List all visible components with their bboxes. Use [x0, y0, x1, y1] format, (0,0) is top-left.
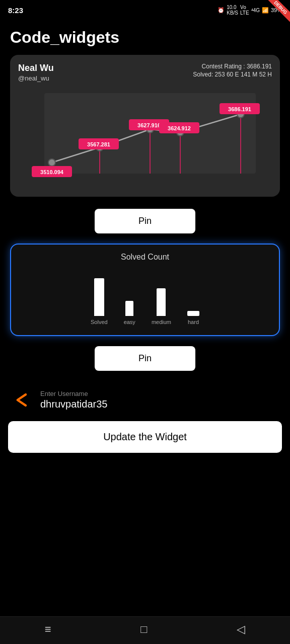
- alarm-icon: ⏰: [218, 7, 225, 14]
- bar-group-easy: easy: [124, 301, 135, 325]
- solved-label: Solved: 253 60 E 141 M 52 H: [193, 71, 272, 78]
- debug-badge: DEBUG: [265, 0, 290, 23]
- status-time: 8:23: [8, 6, 23, 15]
- solved-widget: Solved Count Solved easy medium hard: [10, 244, 280, 336]
- nav-menu-icon[interactable]: ≡: [45, 623, 51, 636]
- update-button[interactable]: Update the Widget: [8, 421, 282, 453]
- bar-label-medium: medium: [152, 319, 171, 325]
- bar-easy: [125, 301, 133, 316]
- bottom-nav: ≡ □ ◁: [0, 616, 290, 644]
- bar-label-easy: easy: [124, 319, 135, 325]
- bar-medium: [157, 288, 166, 316]
- svg-text:3624.912: 3624.912: [168, 125, 191, 131]
- bar-solved: [94, 278, 104, 316]
- debug-badge-container: DEBUG: [260, 0, 290, 30]
- codeforces-icon: [10, 389, 32, 411]
- rating-info: Contest Rating : 3686.191 Solved: 253 60…: [193, 63, 272, 78]
- nav-back-icon[interactable]: ◁: [237, 623, 245, 636]
- solved-widget-title: Solved Count: [19, 253, 271, 262]
- pin-button-2[interactable]: Pin: [95, 346, 195, 371]
- username-value: dhruvpatidar35: [40, 398, 280, 410]
- volte-icon: VoLTE: [240, 5, 249, 16]
- user-name: Neal Wu: [18, 63, 54, 73]
- username-input-group[interactable]: Enter Username dhruvpatidar35: [40, 390, 280, 410]
- nav-home-icon[interactable]: □: [140, 623, 147, 636]
- user-info: Neal Wu @neal_wu: [18, 63, 54, 82]
- app-title: Code_widgets: [0, 18, 290, 55]
- bar-hard: [187, 311, 199, 316]
- bar-chart: Solved easy medium hard: [19, 282, 271, 327]
- svg-text:3510.094: 3510.094: [40, 169, 64, 175]
- card-header: Neal Wu @neal_wu Contest Rating : 3686.1…: [18, 63, 272, 82]
- bar-group-medium: medium: [152, 288, 171, 325]
- pin-button-1[interactable]: Pin: [95, 209, 195, 233]
- rating-label: Contest Rating : 3686.191: [193, 63, 272, 70]
- status-bar: 8:23 ⏰ 10.0KB/S VoLTE ⁴4G 📶 39%: [0, 0, 290, 18]
- bar-label-solved: Solved: [91, 319, 108, 325]
- username-section: Enter Username dhruvpatidar35: [0, 381, 290, 417]
- svg-text:3627.916: 3627.916: [137, 122, 161, 128]
- user-handle: @neal_wu: [18, 74, 54, 82]
- bar-label-hard: hard: [188, 319, 199, 325]
- bar-group-solved: Solved: [91, 278, 108, 325]
- svg-text:3567.281: 3567.281: [87, 141, 110, 147]
- svg-text:3686.191: 3686.191: [228, 106, 251, 112]
- username-placeholder: Enter Username: [40, 390, 280, 397]
- rating-chart: 3510.094 3567.281 3627.916 3624.912 3686…: [18, 88, 272, 189]
- bar-group-hard: hard: [187, 311, 199, 325]
- contest-card: Neal Wu @neal_wu Contest Rating : 3686.1…: [10, 55, 280, 197]
- signal-4g: ⁴4G: [251, 8, 260, 13]
- chart-svg: 3510.094 3567.281 3627.916 3624.912 3686…: [18, 88, 272, 189]
- network-info: 10.0KB/S: [227, 5, 238, 16]
- svg-point-6: [48, 159, 55, 166]
